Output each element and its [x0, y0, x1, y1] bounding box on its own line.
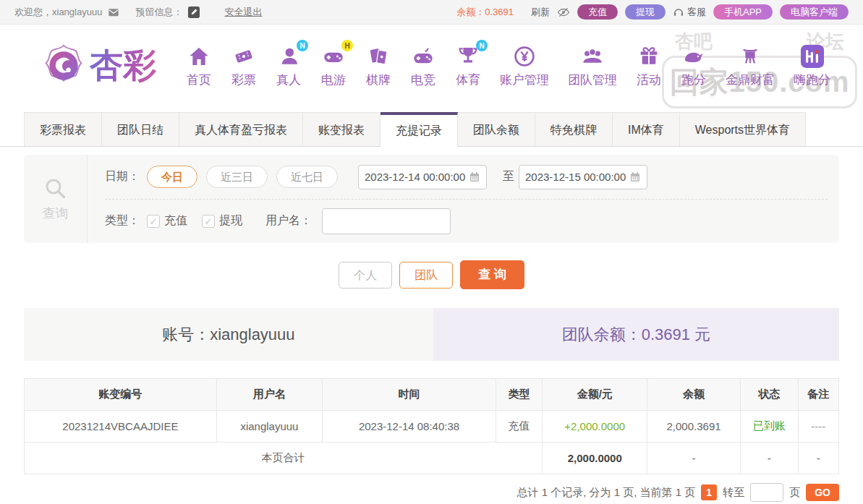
esports-icon	[410, 43, 436, 69]
date-to-input[interactable]: 2023-12-15 00:00:00	[519, 165, 647, 189]
nav-item-label: 团队管理	[568, 72, 617, 88]
type-label: 类型：	[105, 213, 140, 228]
preset-7days-button[interactable]: 近七日	[276, 166, 338, 188]
tab-team-daily[interactable]: 团队日结	[102, 112, 179, 146]
customer-service-link[interactable]: 客服	[673, 6, 706, 19]
date-from-input[interactable]: 2023-12-14 00:00:00	[358, 165, 487, 189]
current-page-button[interactable]: 1	[701, 484, 717, 500]
logout-link[interactable]: 安全退出	[224, 6, 262, 19]
tab-lottery-report[interactable]: 彩票报表	[24, 112, 102, 146]
goto-page-input[interactable]	[750, 483, 783, 502]
pc-client-button[interactable]: 电脑客户端	[780, 4, 849, 20]
withdraw-checkbox[interactable]: ✓	[202, 215, 215, 228]
hi-app-icon	[799, 43, 825, 69]
nav-item-chess[interactable]: 棋牌	[356, 43, 401, 88]
brand-name: 杏彩	[90, 43, 156, 88]
recharge-button[interactable]: 充值	[577, 4, 618, 20]
refresh-link[interactable]: 刷新	[531, 6, 550, 19]
envelope-icon[interactable]	[108, 7, 119, 18]
gamepad-icon: H	[320, 43, 347, 69]
tab-im-sports[interactable]: IM体育	[613, 112, 680, 146]
username-label: 用户名：	[265, 213, 312, 228]
team-icon	[579, 43, 605, 69]
date-filter-row: 日期： 今日 近三日 近七日 2023-12-14 00:00:00 至 202…	[105, 155, 839, 199]
tab-wesports[interactable]: Wesports世界体育	[680, 112, 806, 146]
action-buttons: 个人 团队 查 询	[0, 260, 863, 289]
tab-team-balance[interactable]: 团队余额	[458, 112, 535, 146]
coin-icon	[511, 43, 537, 69]
nav-item-label: 彩票	[231, 72, 256, 88]
trophy-icon: N	[455, 43, 481, 69]
nav-item-jinding[interactable]: 金鼎财富	[716, 43, 784, 88]
nav-item-egames[interactable]: H电游	[311, 43, 356, 88]
date-from-value: 2023-12-14 00:00:00	[365, 171, 465, 183]
new-badge: N	[476, 40, 488, 51]
welcome-text: 欢迎您，xianglayuuu	[14, 6, 102, 19]
go-button[interactable]: GO	[806, 484, 839, 501]
preset-today-button[interactable]: 今日	[147, 166, 197, 188]
query-button[interactable]: 查 询	[460, 260, 524, 289]
nav-item-team-mgmt[interactable]: 团队管理	[558, 43, 626, 88]
nav-item-account-mgmt[interactable]: 账户管理	[490, 43, 558, 88]
nav-item-label: 真人	[276, 72, 301, 88]
tab-tefree-chess[interactable]: 特免棋牌	[535, 112, 613, 146]
calendar-icon	[629, 171, 641, 183]
records-table: 账变编号用户名时间类型金额/元余额状态备注 20231214VBCAAJDIEE…	[24, 378, 839, 474]
col-header: 用户名	[216, 379, 322, 411]
username-input[interactable]	[322, 208, 451, 234]
header: 杏彩 首页彩票N真人H电游棋牌电竞N体育账户管理团队管理活动跑分金鼎财富嗨跑分 …	[0, 25, 863, 107]
table-cell: 2,000.3691	[647, 411, 740, 443]
nav-item-live[interactable]: N真人	[266, 43, 311, 88]
brand-logo[interactable]: 杏彩	[42, 43, 156, 88]
new-badge: N	[297, 40, 308, 51]
team-balance: 团队余额：0.3691 元	[433, 308, 839, 361]
nav-item-esports[interactable]: 电竞	[401, 43, 446, 88]
nav-item-label: 跑分	[681, 72, 706, 88]
eye-slash-icon[interactable]	[557, 6, 570, 19]
nav-item-label: 活动	[637, 72, 661, 88]
new-badge: H	[341, 40, 353, 51]
nav-item-hipaofen[interactable]: 嗨跑分	[784, 43, 840, 88]
nav-item-promo[interactable]: 活动	[626, 43, 671, 88]
cards-icon	[365, 43, 391, 69]
nav-item-label: 首页	[187, 72, 211, 88]
nav-item-sports[interactable]: N体育	[446, 43, 490, 88]
tab-deposit-withdraw-records[interactable]: 充提记录	[381, 112, 458, 147]
report-tabs: 彩票报表团队日结真人体育盈亏报表账变报表充提记录团队余额特免棋牌IM体育Wesp…	[0, 110, 863, 147]
team-button[interactable]: 团队	[399, 262, 453, 289]
recharge-checkbox[interactable]: ✓	[147, 215, 160, 228]
nav-item-label: 账户管理	[500, 72, 549, 88]
search-icon	[43, 176, 69, 202]
table-cell: ----	[798, 411, 838, 443]
table-cell: +2,000.0000	[543, 411, 647, 443]
nav-item-home[interactable]: 首页	[177, 43, 221, 88]
withdraw-checkbox-label: 提现	[219, 213, 242, 228]
col-header: 备注	[798, 379, 838, 411]
preset-3days-button[interactable]: 近三日	[206, 166, 268, 188]
pagination: 总计 1 个记录, 分为 1 页, 当前第 1 页 1 转至 页 GO	[24, 483, 839, 502]
balance-text: 余额：0.3691	[456, 6, 514, 19]
tab-account-change-report[interactable]: 账变报表	[303, 112, 381, 146]
nav-item-label: 金鼎财富	[726, 72, 775, 88]
personal-button[interactable]: 个人	[339, 262, 392, 289]
gift-icon	[636, 43, 662, 69]
table-cell: 20231214VBCAAJDIEE	[25, 411, 217, 443]
table-cell: 已到账	[740, 411, 798, 443]
nav-item-label: 体育	[456, 72, 480, 88]
col-header: 账变编号	[25, 379, 217, 411]
headset-icon	[673, 7, 684, 18]
reserved-info-label: 预留信息：	[135, 6, 182, 19]
rhino-icon	[681, 43, 707, 69]
nav-item-lottery[interactable]: 彩票	[221, 43, 266, 88]
col-header: 状态	[740, 379, 798, 411]
withdraw-button[interactable]: 提现	[625, 4, 666, 20]
nav-item-paofen[interactable]: 跑分	[671, 43, 716, 88]
table-cell: 充值	[496, 411, 542, 443]
summary-cell: -	[798, 443, 838, 474]
tab-live-sports-pl-report[interactable]: 真人体育盈亏报表	[179, 112, 303, 146]
table-cell: 2023-12-14 08:40:38	[323, 411, 496, 443]
edit-icon[interactable]	[188, 7, 200, 18]
account-bar: 账号：xianglayuuu 团队余额：0.3691 元	[24, 308, 839, 361]
calendar-icon	[469, 171, 480, 183]
mobile-app-button[interactable]: 手机APP	[713, 4, 773, 20]
